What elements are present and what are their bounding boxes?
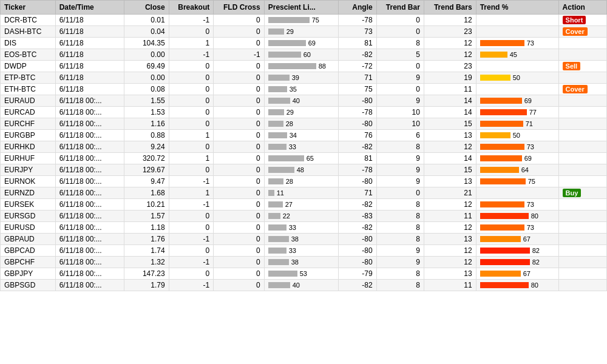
- cell-trendbars: 12: [424, 49, 476, 61]
- cell-trendbar: 8: [376, 199, 424, 211]
- cell-prescient: 11: [264, 187, 339, 199]
- cell-angle: -82: [339, 280, 376, 291]
- prescient-bar: [268, 17, 310, 23]
- cell-breakout: 0: [169, 72, 214, 84]
- cell-datetime: 6/11/18 00:...: [55, 118, 124, 130]
- trend-value: 73: [527, 143, 534, 150]
- cell-angle: -78: [339, 15, 376, 26]
- cell-datetime: 6/11/18 00:...: [55, 199, 124, 211]
- cell-close: 104.35: [124, 38, 169, 49]
- table-row: EURNOK 6/11/18 00:... 9.47 -1 0 28 -80 9…: [1, 176, 607, 187]
- cell-close: 10.21: [124, 199, 169, 211]
- cell-action: [558, 176, 606, 187]
- cell-datetime: 6/11/18: [55, 61, 124, 72]
- cell-action: [558, 153, 606, 164]
- trend-value: 73: [527, 39, 534, 47]
- table-row: EURHKD 6/11/18 00:... 9.24 0 0 33 -82 8 …: [1, 141, 607, 153]
- cell-action: [558, 164, 606, 176]
- cell-close: 1.55: [124, 95, 169, 107]
- cell-action: Cover: [558, 84, 606, 95]
- cell-datetime: 6/11/18 00:...: [55, 268, 124, 280]
- action-badge: Short: [563, 16, 586, 24]
- cell-ticker: EURCAD: [1, 107, 56, 118]
- cell-prescient: 34: [264, 130, 339, 141]
- cell-ticker: ETP-BTC: [1, 72, 56, 84]
- cell-close: 1.18: [124, 222, 169, 234]
- cell-angle: 81: [339, 38, 376, 49]
- cell-close: 320.72: [124, 153, 169, 164]
- cell-trendbars: 14: [424, 95, 476, 107]
- prescient-value: 33: [289, 247, 296, 254]
- cell-fld: 0: [214, 38, 264, 49]
- cell-angle: -82: [339, 141, 376, 153]
- cell-close: 0.08: [124, 84, 169, 95]
- prescient-value: 53: [300, 270, 307, 277]
- cell-trendbar: 9: [376, 176, 424, 187]
- cell-prescient: 33: [264, 222, 339, 234]
- cell-action: [558, 72, 606, 84]
- trend-bar: [480, 259, 530, 265]
- trend-value: 69: [524, 155, 532, 162]
- cell-fld: 0: [214, 15, 264, 26]
- cell-trendbars: 13: [424, 176, 476, 187]
- trend-value: 45: [510, 51, 517, 58]
- cell-trendpct: 64: [476, 164, 558, 176]
- cell-prescient: 69: [264, 38, 339, 49]
- table-row: EURJPY 6/11/18 00:... 129.67 0 0 48 -78 …: [1, 164, 607, 176]
- cell-trendpct: 82: [476, 245, 558, 257]
- cell-prescient: 53: [264, 268, 339, 280]
- cell-ticker: EURNZD: [1, 187, 56, 199]
- cell-prescient: 38: [264, 234, 339, 245]
- cell-fld: 0: [214, 280, 264, 291]
- table-row: GBPJPY 6/11/18 00:... 147.23 0 0 53 -79 …: [1, 268, 607, 280]
- prescient-bar: [268, 201, 283, 207]
- trend-value: 71: [526, 120, 533, 127]
- cell-close: 1.32: [124, 257, 169, 268]
- cell-trendbars: 19: [424, 72, 476, 84]
- action-badge: Cover: [563, 85, 588, 93]
- header-trendbars: Trend Bars: [424, 1, 476, 15]
- cell-trendpct: 80: [476, 211, 558, 222]
- cell-ticker: EURSGD: [1, 211, 56, 222]
- cell-prescient: 35: [264, 84, 339, 95]
- cell-ticker: GBPAUD: [1, 234, 56, 245]
- cell-datetime: 6/11/18 00:...: [55, 130, 124, 141]
- prescient-bar: [268, 75, 290, 81]
- cell-breakout: -1: [169, 176, 214, 187]
- table-row: ETH-BTC 6/11/18 0.08 0 0 35 75 0 11 Cove…: [1, 84, 607, 95]
- cell-trendpct: 69: [476, 95, 558, 107]
- cell-trendbars: 23: [424, 26, 476, 38]
- cell-trendbar: 5: [376, 49, 424, 61]
- cell-breakout: 0: [169, 118, 214, 130]
- prescient-value: 48: [297, 166, 304, 174]
- prescient-bar: [268, 132, 287, 138]
- cell-prescient: 60: [264, 49, 339, 61]
- cell-breakout: 0: [169, 95, 214, 107]
- cell-breakout: 0: [169, 61, 214, 72]
- cell-close: 9.24: [124, 141, 169, 153]
- cell-trendbar: 9: [376, 257, 424, 268]
- trend-value: 69: [524, 97, 532, 104]
- cell-ticker: DCR-BTC: [1, 15, 56, 26]
- header-prescient: Prescient Li...: [264, 1, 339, 15]
- action-badge: Cover: [563, 27, 588, 36]
- action-badge: Sell: [563, 62, 581, 70]
- trend-value: 50: [513, 132, 520, 139]
- cell-datetime: 6/11/18: [55, 38, 124, 49]
- prescient-value: 88: [319, 62, 326, 70]
- cell-trendpct: 75: [476, 176, 558, 187]
- cell-close: 1.79: [124, 280, 169, 291]
- cell-action: [558, 211, 606, 222]
- cell-datetime: 6/11/18: [55, 84, 124, 95]
- cell-ticker: EURHKD: [1, 141, 56, 153]
- cell-fld: 0: [214, 153, 264, 164]
- table-row: EURSGD 6/11/18 00:... 1.57 0 0 22 -83 8 …: [1, 211, 607, 222]
- cell-prescient: 29: [264, 26, 339, 38]
- header-ticker: Ticker: [1, 1, 56, 15]
- cell-close: 1.76: [124, 234, 169, 245]
- trend-value: 67: [523, 270, 531, 277]
- cell-ticker: EURAUD: [1, 95, 56, 107]
- cell-angle: -80: [339, 118, 376, 130]
- prescient-bar: [268, 248, 287, 254]
- cell-trendbars: 12: [424, 245, 476, 257]
